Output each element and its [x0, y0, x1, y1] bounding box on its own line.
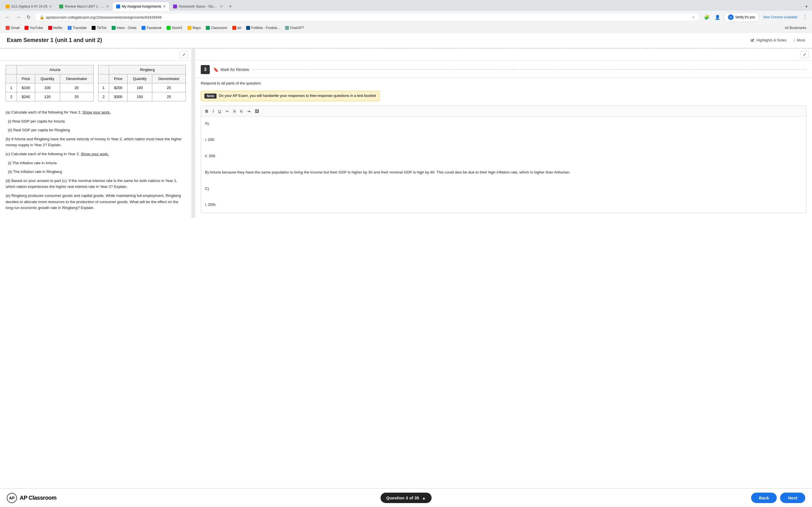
- bookmark-fotmob[interactable]: FotMob - Footbal...: [244, 25, 282, 31]
- highlights-notes-button[interactable]: Highlights & Notes: [750, 38, 786, 43]
- more-button[interactable]: ⋮ More: [792, 38, 805, 42]
- bookmark-chatgpt[interactable]: ChatGPT: [283, 25, 306, 31]
- address-bar[interactable]: 🔒 apclassroom.collegeboard.org/10/assess…: [35, 13, 700, 21]
- next-button[interactable]: Next: [780, 493, 805, 503]
- back-button[interactable]: Back: [751, 493, 777, 503]
- star-icon: ☆: [692, 15, 695, 19]
- cell-denominator: 20: [60, 83, 93, 93]
- editor-wrap: B I U ✂ ⎘ ⎗ ⇥ 🖼 A). i. 200 ii. 200: [201, 106, 806, 213]
- bookmark-stockx[interactable]: StockX: [164, 25, 185, 31]
- cell-denominator: 25: [152, 83, 186, 93]
- mark-for-review-button[interactable]: 🔖 Mark for Review: [213, 67, 249, 72]
- tab-label: G11 Algebra II AY 24-25: [11, 4, 47, 8]
- part-c-intro: (c) Calculate each of the following in Y…: [6, 151, 186, 157]
- url-text: apclassroom.collegeboard.org/10/assessme…: [46, 15, 690, 19]
- indent-button[interactable]: ⇥: [245, 108, 252, 115]
- facebook-icon: [142, 26, 146, 30]
- bookmark-inbox[interactable]: Inbox · Chats: [109, 25, 139, 31]
- underline-button[interactable]: U: [216, 108, 223, 115]
- translate-icon: [68, 26, 71, 30]
- tables-row: Arturia Price Quantity Denominator: [6, 65, 186, 101]
- copy-button[interactable]: ⎘: [232, 108, 238, 115]
- tab-review-macro[interactable]: Review Macro UNIT 1 - Goo... ✕: [56, 2, 112, 11]
- tab-favicon: [59, 4, 63, 8]
- col-denominator-header: Denominator: [152, 74, 186, 83]
- tab-my-assignments[interactable]: My Assigned Assignments ✕: [113, 2, 169, 11]
- table-row: 2 $240 120 25: [6, 93, 94, 101]
- new-tab-button[interactable]: +: [227, 3, 234, 11]
- verify-button[interactable]: G Verify it's you: [724, 12, 759, 22]
- cell-price: $200: [109, 83, 128, 93]
- netflix-icon: [48, 26, 52, 30]
- tab-favicon: [6, 4, 10, 8]
- editor-content[interactable]: A). i. 200 ii. 200 B) Arturia because th…: [201, 117, 806, 213]
- tab-label: My Assigned Assignments: [122, 4, 161, 8]
- ringberg-table: Ringberg Price Quantity Denominator: [98, 65, 186, 101]
- tab-favicon: [116, 4, 120, 8]
- tab-close-btn[interactable]: ✕: [163, 4, 166, 8]
- note-box: Note On your AP Exam, you will handwrite…: [201, 91, 379, 101]
- more-label: More: [797, 38, 805, 42]
- tab-g11-algebra[interactable]: G11 Algebra II AY 24-25 ✕: [2, 2, 55, 11]
- gmail-icon: [6, 26, 10, 30]
- chevron-up-icon: ▲: [422, 496, 426, 500]
- resize-handle[interactable]: ⋮: [192, 49, 195, 218]
- tab-close-btn[interactable]: ✕: [106, 4, 109, 8]
- cell-denominator: 25: [60, 93, 93, 101]
- bookmark-classroom[interactable]: Classroom: [204, 25, 229, 31]
- expand-left-button[interactable]: ⤢: [180, 51, 188, 58]
- show-work-link-a[interactable]: Show your work.: [82, 110, 110, 114]
- image-button[interactable]: 🖼: [253, 108, 261, 115]
- question-counter-text: Question 3 of 35: [386, 496, 419, 500]
- part-d: (d) Based on your answer to part (c), if…: [6, 178, 186, 190]
- cell-quantity: 100: [128, 83, 152, 93]
- tab-close-btn[interactable]: ✕: [220, 4, 223, 8]
- bookmark-maps[interactable]: Maps: [185, 25, 203, 31]
- note-text: On your AP Exam, you will handwrite your…: [219, 94, 376, 98]
- bookmark-label: Translate: [73, 26, 87, 30]
- bookmark-youtube[interactable]: YouTube: [22, 25, 45, 31]
- bookmark-label: Gmail: [11, 26, 19, 30]
- reload-button[interactable]: ↻: [25, 13, 33, 21]
- bookmark-dd[interactable]: dd: [230, 25, 243, 31]
- paste-button[interactable]: ⎗: [238, 108, 245, 115]
- forward-nav-button[interactable]: →: [14, 13, 22, 21]
- bold-button[interactable]: B: [203, 108, 210, 115]
- cell-year: 2: [98, 93, 109, 101]
- cut-button[interactable]: ✂: [223, 108, 231, 115]
- profile-icon[interactable]: 👤: [713, 13, 722, 22]
- italic-button[interactable]: I: [211, 108, 216, 115]
- tab-label: Review Macro UNIT 1 - Goo...: [65, 4, 104, 8]
- bookmark-label: Facebook: [147, 26, 161, 30]
- bookmark-translate[interactable]: Translate: [65, 25, 89, 31]
- bookmark-tiktok[interactable]: TikTok: [89, 25, 109, 31]
- expand-right-button[interactable]: ⤢: [801, 51, 809, 58]
- dd-icon: [232, 26, 236, 30]
- bookmarks-bar: Gmail YouTube Netflix Translate TikTok I…: [0, 24, 812, 33]
- bookmark-facebook[interactable]: Facebook: [139, 25, 164, 31]
- bookmark-netflix[interactable]: Netflix: [46, 25, 65, 31]
- all-bookmarks-btn[interactable]: All Bookmarks: [782, 25, 809, 31]
- col-quantity-header: Quantity: [128, 74, 152, 83]
- lock-icon: 🔒: [40, 15, 44, 19]
- cell-price: $100: [17, 83, 35, 93]
- cell-quantity: 150: [128, 93, 152, 101]
- show-work-link-c[interactable]: Show your work.: [81, 152, 109, 156]
- chrome-update-label[interactable]: New Chrome available: [761, 13, 800, 21]
- question-counter-pill[interactable]: Question 3 of 35 ▲: [380, 493, 432, 503]
- tab-overflow-button[interactable]: ▾: [803, 3, 810, 10]
- left-panel-top: ⤢: [0, 49, 192, 61]
- tab-bar: G11 Algebra II AY 24-25 ✕ Review Macro U…: [0, 0, 812, 11]
- bookmark-icon: 🔖: [213, 67, 219, 72]
- menu-dots[interactable]: ⋮: [801, 14, 809, 20]
- back-nav-button[interactable]: ←: [3, 13, 12, 21]
- ap-circle: AP: [7, 493, 17, 503]
- tab-homework-space[interactable]: Homework Space - StudyX ✕: [170, 2, 226, 11]
- bookmark-gmail[interactable]: Gmail: [3, 25, 22, 31]
- tab-close-btn[interactable]: ✕: [49, 4, 52, 8]
- col-quantity-header: Quantity: [35, 74, 60, 83]
- bookmark-label: Classroom: [211, 26, 227, 30]
- question-header: 3 🔖 Mark for Review: [195, 61, 812, 78]
- extensions-icon[interactable]: 🧩: [702, 13, 711, 22]
- bookmark-label: FotMob - Footbal...: [251, 26, 280, 30]
